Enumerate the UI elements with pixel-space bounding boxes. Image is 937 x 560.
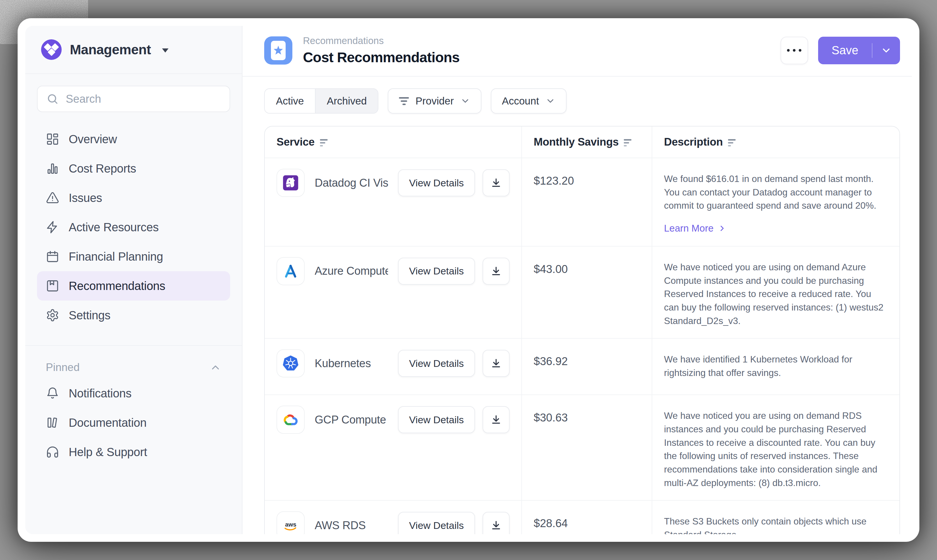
sidebar-item-cost-reports[interactable]: Cost Reports — [37, 154, 230, 183]
service-name: GCP Compute — [315, 414, 386, 426]
azure-icon — [277, 257, 305, 285]
workspace-name: Management — [70, 42, 151, 57]
calendar-icon — [46, 250, 59, 263]
recommendation-description: We found $616.01 in on demand spend last… — [664, 172, 884, 212]
chevron-down-icon — [460, 96, 470, 106]
sidebar-item-help-support[interactable]: Help & Support — [37, 437, 230, 467]
svg-text:aws: aws — [285, 522, 296, 528]
zap-icon — [46, 220, 59, 234]
view-details-button[interactable]: View Details — [398, 258, 475, 285]
sidebar-item-financial-planning[interactable]: Financial Planning — [37, 242, 230, 271]
sidebar-item-settings[interactable]: Settings — [37, 300, 230, 330]
sidebar-item-label: Active Resources — [69, 221, 158, 234]
tab-active[interactable]: Active — [265, 89, 315, 113]
table-row: Azure Compute View Details $43.00 We hav… — [265, 246, 899, 338]
dashboard-icon — [46, 132, 59, 146]
kubernetes-icon — [277, 349, 305, 377]
monthly-savings-value: $123.20 — [522, 158, 652, 246]
filter-bar: Active Archived Provider Account — [264, 88, 900, 114]
account-filter-button[interactable]: Account — [491, 88, 566, 114]
save-dropdown-button[interactable] — [872, 37, 900, 64]
download-button[interactable] — [483, 169, 509, 196]
sidebar-item-issues[interactable]: Issues — [37, 183, 230, 212]
sidebar-item-label: Issues — [69, 191, 102, 205]
download-icon — [490, 265, 502, 277]
download-button[interactable] — [483, 406, 509, 433]
view-details-button[interactable]: View Details — [398, 406, 475, 433]
search-placeholder: Search — [66, 93, 101, 105]
aws-icon: aws — [277, 511, 305, 534]
service-name: AWS RDS — [315, 519, 366, 532]
sidebar-item-label: Help & Support — [69, 446, 147, 459]
download-icon — [490, 177, 502, 189]
search-input[interactable]: Search — [37, 86, 230, 112]
save-split-button: Save — [818, 37, 900, 64]
download-icon — [490, 414, 502, 426]
star-icon — [272, 44, 285, 57]
pinned-section: Pinned Notifications Documentation Help … — [25, 345, 242, 467]
sidebar-nav: Overview Cost Reports Issues Active Reso… — [25, 114, 242, 330]
service-name: Datadog CI Visibility — [315, 177, 388, 189]
monthly-savings-value: $43.00 — [522, 246, 652, 338]
download-button[interactable] — [483, 350, 509, 377]
chevron-down-icon — [881, 45, 892, 56]
column-header-service: Service — [277, 136, 315, 148]
books-icon — [46, 416, 59, 429]
sidebar-item-label: Cost Reports — [69, 162, 136, 175]
monthly-savings-value: $28.64 — [522, 501, 652, 534]
workspace-switcher[interactable]: Management — [25, 26, 242, 74]
sidebar-item-label: Notifications — [69, 387, 131, 400]
learn-more-link[interactable]: Learn More — [664, 221, 726, 235]
sidebar-item-active-resources[interactable]: Active Resources — [37, 212, 230, 242]
table-row: aws AWS RDS View Details $28.64 These S3… — [265, 500, 899, 534]
view-details-button[interactable]: View Details — [398, 350, 475, 377]
view-details-button[interactable]: View Details — [398, 512, 475, 534]
page-title: Cost Recommendations — [303, 49, 459, 65]
page-header: Recommendations Cost Recommendations Sav… — [243, 26, 912, 77]
alert-triangle-icon — [46, 191, 59, 205]
status-segmented-control: Active Archived — [264, 88, 378, 114]
chevron-down-icon — [162, 48, 169, 52]
filter-icon — [399, 97, 409, 105]
sidebar-item-label: Financial Planning — [69, 250, 163, 263]
bar-chart-icon — [46, 162, 59, 175]
sort-icon[interactable] — [320, 139, 328, 146]
table-row: Kubernetes View Details $36.92 We have i… — [265, 338, 899, 394]
more-actions-button[interactable] — [780, 37, 808, 64]
service-name: Kubernetes — [315, 357, 371, 370]
chevron-up-icon[interactable] — [209, 362, 222, 373]
monthly-savings-value: $30.63 — [522, 395, 652, 500]
datadog-icon — [277, 169, 305, 197]
recommendation-description: We have identified 1 Kubernetes Workload… — [664, 353, 884, 380]
provider-filter-button[interactable]: Provider — [388, 88, 481, 114]
sort-icon[interactable] — [624, 139, 631, 146]
save-button[interactable]: Save — [818, 37, 872, 64]
save-label: Save — [832, 44, 859, 57]
recommendation-description: We have noticed you are using on demand … — [664, 261, 884, 328]
table-header-row: Service Monthly Savings Description — [265, 126, 899, 158]
breadcrumb: Recommendations — [303, 35, 459, 46]
tab-archived[interactable]: Archived — [315, 89, 378, 113]
page-icon — [264, 36, 292, 65]
bookmark-box-icon — [46, 279, 59, 292]
sidebar-item-recommendations[interactable]: Recommendations — [37, 271, 230, 300]
download-button[interactable] — [483, 512, 509, 534]
monthly-savings-value: $36.92 — [522, 339, 652, 394]
sidebar-item-overview[interactable]: Overview — [37, 125, 230, 154]
workspace-logo — [41, 39, 62, 60]
sidebar-item-label: Settings — [69, 309, 110, 322]
gear-icon — [46, 308, 59, 322]
sort-icon[interactable] — [728, 139, 735, 146]
download-icon — [490, 520, 502, 531]
recommendations-table: Service Monthly Savings Description Data… — [264, 126, 900, 534]
headphones-icon — [46, 445, 59, 459]
sidebar-item-label: Documentation — [69, 416, 146, 429]
sidebar-item-documentation[interactable]: Documentation — [37, 408, 230, 437]
table-row: GCP Compute View Details $30.63 We have … — [265, 394, 899, 500]
recommendation-description: We have noticed you are using on demand … — [664, 409, 884, 489]
sidebar-item-notifications[interactable]: Notifications — [37, 378, 230, 408]
main-content: Recommendations Cost Recommendations Sav… — [243, 26, 912, 534]
chevron-right-icon — [718, 224, 726, 233]
view-details-button[interactable]: View Details — [398, 169, 475, 196]
download-button[interactable] — [483, 258, 509, 285]
